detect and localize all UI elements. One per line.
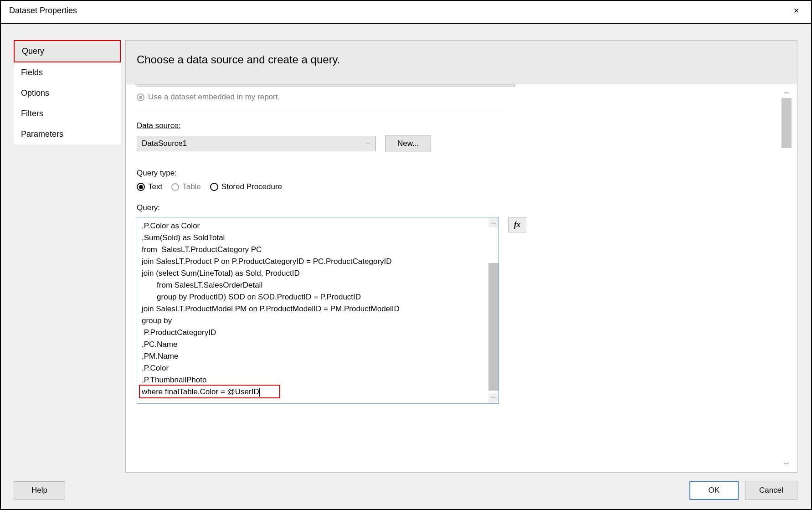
query-scroll-down-icon[interactable]: ﹀ bbox=[488, 393, 499, 403]
expression-button[interactable]: fx bbox=[508, 217, 526, 232]
form-area: Use a dataset embedded in my report. Dat… bbox=[126, 84, 797, 404]
help-button[interactable]: Help bbox=[14, 481, 65, 500]
tab-fields[interactable]: Fields bbox=[14, 62, 121, 83]
query-line: group by ProductID) SOD on SOD.ProductID… bbox=[142, 291, 494, 303]
tab-filters[interactable]: Filters bbox=[14, 103, 121, 124]
query-line: from SalesLT.SalesOrderDetail bbox=[142, 279, 494, 291]
query-wrap: ,P.Color as Color ,Sum(Sold) as SoldTota… bbox=[137, 217, 786, 404]
query-type-label: Query type: bbox=[137, 169, 786, 178]
section-header: Choose a data source and create a query. bbox=[126, 41, 797, 84]
data-source-value: DataSource1 bbox=[142, 139, 187, 148]
dialog-footer: Help OK Cancel bbox=[1, 473, 811, 500]
radio-table-label: Table bbox=[182, 182, 201, 191]
fx-icon: fx bbox=[514, 220, 520, 229]
text-cursor bbox=[259, 388, 260, 397]
window-title: Dataset Properties bbox=[9, 6, 77, 15]
query-line: ,Sum(Sold) as SoldTotal bbox=[142, 232, 494, 244]
query-type-table-option[interactable]: Table bbox=[171, 182, 201, 191]
query-lines: ,P.Color as Color ,Sum(Sold) as SoldTota… bbox=[137, 217, 499, 401]
query-line: join SalesLT.ProductModel PM on P.Produc… bbox=[142, 303, 494, 315]
query-line: join SalesLT.Product P on P.ProductCateg… bbox=[142, 256, 494, 268]
footer-right: OK Cancel bbox=[689, 481, 797, 500]
query-line: ,PM.Name bbox=[142, 350, 494, 362]
ok-button[interactable]: OK bbox=[689, 481, 739, 500]
dialog-body: Query Fields Options Filters Parameters … bbox=[1, 24, 811, 509]
query-line: P.ProductCategoryID bbox=[142, 327, 494, 339]
cancel-button[interactable]: Cancel bbox=[745, 481, 797, 500]
dataset-properties-dialog: Dataset Properties ✕ Query Fields Option… bbox=[0, 0, 812, 510]
query-type-sproc-option[interactable]: Stored Procedure bbox=[210, 182, 282, 191]
radio-text[interactable] bbox=[137, 183, 145, 191]
query-line: ,P.Color as Color bbox=[142, 220, 494, 232]
query-scroll-up-icon[interactable]: ︿ bbox=[488, 217, 499, 227]
name-field-cut[interactable] bbox=[137, 84, 515, 87]
data-source-row: DataSource1 ﹀ New... bbox=[137, 135, 786, 152]
divider bbox=[137, 111, 506, 111]
query-line: group by bbox=[142, 315, 494, 327]
radio-text-label: Text bbox=[148, 182, 162, 191]
main-row: Query Fields Options Filters Parameters … bbox=[1, 24, 811, 473]
new-data-source-button[interactable]: New... bbox=[385, 135, 431, 152]
content-inner: ︿ ﹀ Use a dataset embedded in my report.… bbox=[126, 84, 797, 472]
content-frame: Choose a data source and create a query.… bbox=[125, 40, 797, 473]
radio-stored-procedure-label: Stored Procedure bbox=[221, 182, 282, 191]
radio-stored-procedure[interactable] bbox=[210, 183, 218, 191]
data-source-select[interactable]: DataSource1 ﹀ bbox=[137, 136, 376, 151]
embedded-radio-row: Use a dataset embedded in my report. bbox=[137, 93, 786, 102]
query-line: ,P.Color bbox=[142, 362, 494, 374]
query-line: ,P.ThumbnailPhoto bbox=[142, 374, 494, 386]
tab-parameters[interactable]: Parameters bbox=[14, 124, 121, 144]
query-label: Query: bbox=[137, 203, 786, 212]
query-scroll-thumb[interactable] bbox=[488, 263, 499, 391]
data-source-label: Data source: bbox=[137, 121, 786, 130]
radio-table[interactable] bbox=[171, 183, 179, 191]
embedded-radio-label: Use a dataset embedded in my report. bbox=[148, 93, 280, 102]
tab-query[interactable]: Query bbox=[14, 40, 121, 62]
query-line: ,PC.Name bbox=[142, 339, 494, 350]
outer-scroll-down-icon[interactable]: ﹀ bbox=[781, 459, 791, 469]
chevron-down-icon: ﹀ bbox=[366, 140, 371, 147]
sidebar: Query Fields Options Filters Parameters bbox=[14, 40, 121, 473]
query-line: join (select Sum(LineTotal) as Sold, Pro… bbox=[142, 268, 494, 279]
title-bar: Dataset Properties ✕ bbox=[1, 1, 811, 24]
query-line: from SalesLT.ProductCategory PC bbox=[142, 244, 494, 256]
query-textarea[interactable]: ,P.Color as Color ,Sum(Sold) as SoldTota… bbox=[137, 217, 499, 404]
close-icon[interactable]: ✕ bbox=[790, 5, 803, 17]
query-type-text-option[interactable]: Text bbox=[137, 182, 162, 191]
embedded-radio[interactable] bbox=[137, 93, 144, 101]
query-type-row: Text Table Stored Procedure bbox=[137, 182, 786, 191]
query-line: where finalTable.Color = @UserID bbox=[142, 386, 494, 398]
tab-options[interactable]: Options bbox=[14, 83, 121, 103]
